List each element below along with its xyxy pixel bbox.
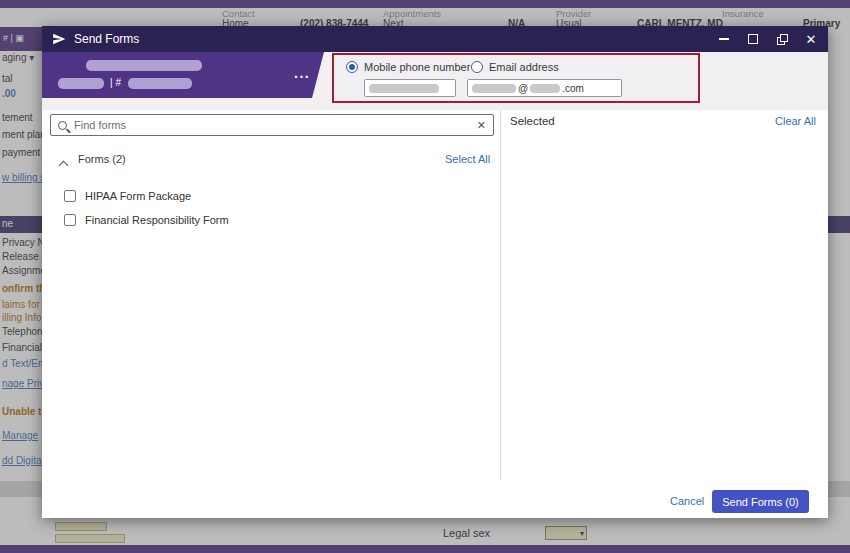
email-label: Email address <box>489 61 559 73</box>
phone-redacted <box>369 84 439 93</box>
mobile-phone-input[interactable] <box>364 79 456 97</box>
email-option[interactable]: Email address <box>471 61 559 73</box>
email-suffix: .com <box>562 83 584 94</box>
minimize-button[interactable] <box>717 32 731 46</box>
close-button[interactable]: ✕ <box>804 32 818 46</box>
minimize-icon <box>719 38 729 40</box>
mobile-phone-radio[interactable] <box>346 61 358 73</box>
email-at-sign: @ <box>518 83 528 94</box>
form-item-row: HIPAA Form Package <box>64 190 191 202</box>
dialog-topbar: | # ... Mobile phone number Email addres… <box>42 52 828 110</box>
panel-divider <box>500 110 501 480</box>
financial-form-checkbox[interactable] <box>64 214 76 226</box>
form-item-label: HIPAA Form Package <box>85 190 191 202</box>
delivery-method-highlight: Mobile phone number Email address @ .com <box>332 53 700 103</box>
patient-detail-redacted <box>58 78 104 89</box>
patient-detail-redacted <box>128 78 192 89</box>
send-forms-dialog: Send Forms ✕ | # ... Mobile pho <box>42 26 828 518</box>
pop-out-button[interactable] <box>775 32 789 46</box>
send-icon <box>52 32 66 46</box>
search-icon <box>58 121 67 130</box>
email-user-redacted <box>472 84 516 93</box>
email-radio[interactable] <box>471 61 483 73</box>
mobile-phone-option[interactable]: Mobile phone number <box>346 61 470 73</box>
forms-collapse-chevron-icon[interactable] <box>60 155 67 173</box>
hipaa-form-checkbox[interactable] <box>64 190 76 202</box>
form-item-label: Financial Responsibility Form <box>85 214 229 226</box>
app-screen: Contact Home (202) 838-7444 Appointments… <box>0 0 850 553</box>
mobile-phone-label: Mobile phone number <box>364 61 470 73</box>
email-input[interactable]: @ .com <box>467 79 622 97</box>
form-item-row: Financial Responsibility Form <box>64 214 229 226</box>
find-forms-searchbar: ✕ <box>50 114 494 136</box>
patient-more-button[interactable]: ... <box>294 65 310 81</box>
patient-detail-separator: | # <box>110 77 121 88</box>
send-forms-button[interactable]: Send Forms (0) <box>712 490 809 513</box>
patient-banner: | # ... <box>42 52 324 98</box>
email-domain-redacted <box>530 84 560 93</box>
maximize-icon <box>748 34 758 44</box>
select-all-link[interactable]: Select All <box>445 153 490 165</box>
selected-panel-header: Selected <box>510 115 555 127</box>
pop-out-icon <box>777 34 788 45</box>
dialog-header: Send Forms ✕ <box>42 26 828 52</box>
forms-section-header: Forms (2) <box>78 153 126 165</box>
search-input[interactable] <box>74 119 477 131</box>
dialog-title: Send Forms <box>74 32 139 46</box>
clear-all-link[interactable]: Clear All <box>775 115 816 127</box>
patient-name-redacted <box>86 60 202 71</box>
search-clear-icon[interactable]: ✕ <box>477 119 486 132</box>
cancel-button[interactable]: Cancel <box>670 495 704 507</box>
maximize-button[interactable] <box>746 32 760 46</box>
